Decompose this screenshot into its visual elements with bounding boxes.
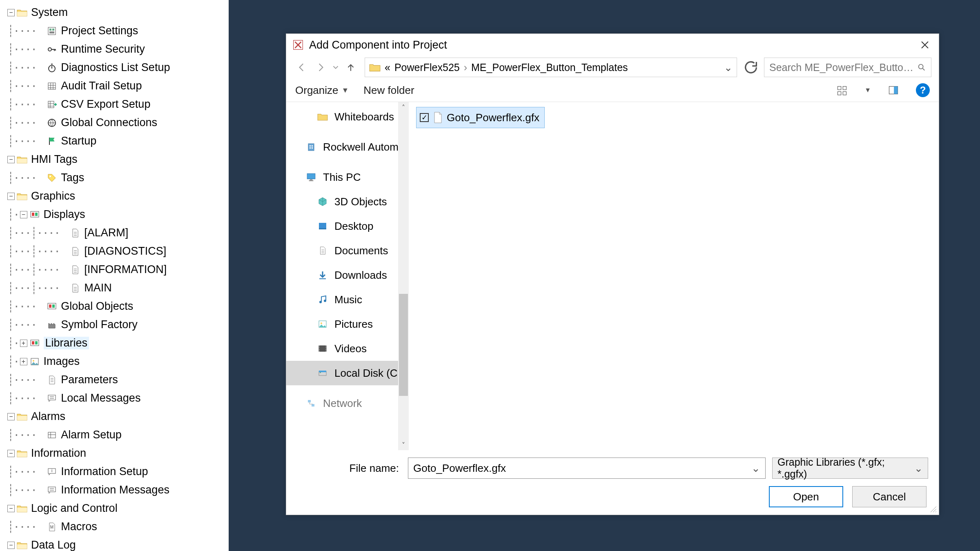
- tree-node-information[interactable]: − Information: [0, 444, 229, 462]
- file-icon: [433, 112, 443, 123]
- tree-node-parameters[interactable]: ┊···· Parameters: [0, 371, 229, 389]
- info-setup-icon: i: [46, 466, 58, 478]
- nav-item-videos[interactable]: Videos: [286, 336, 409, 361]
- expand-icon[interactable]: +: [20, 340, 27, 347]
- cancel-button[interactable]: Cancel: [852, 486, 927, 507]
- svg-rect-38: [310, 147, 311, 149]
- file-item-selected[interactable]: ✓ Goto_Powerflex.gfx: [416, 107, 545, 128]
- nav-item-local-disk[interactable]: Local Disk (C:): [286, 361, 409, 385]
- new-folder-button[interactable]: New folder: [363, 84, 414, 97]
- nav-forward-button[interactable]: [312, 59, 329, 76]
- workspace-background: Add Component into Project « PowerFlex52…: [229, 0, 980, 551]
- file-type-select[interactable]: Graphic Libraries (*.gfx; *.ggfx) ⌄: [772, 458, 928, 479]
- flag-icon: [46, 136, 58, 147]
- chevron-down-icon[interactable]: ⌄: [724, 62, 733, 73]
- organize-menu[interactable]: Organize ▼: [295, 84, 349, 97]
- nav-item-music[interactable]: Music: [286, 287, 409, 312]
- close-button[interactable]: [915, 37, 935, 53]
- tree-node-display-alarm[interactable]: ┊···┊···· [ALARM]: [0, 224, 229, 242]
- chevron-down-icon[interactable]: ⌄: [751, 462, 760, 475]
- nav-item-3d-objects[interactable]: 3D Objects: [286, 189, 409, 214]
- document-icon: [69, 264, 81, 276]
- expand-icon[interactable]: +: [20, 358, 27, 365]
- tree-node-logic-control[interactable]: − Logic and Control: [0, 499, 229, 518]
- navpane-scrollbar[interactable]: ˄ ˅: [398, 102, 409, 450]
- tree-node-information-messages[interactable]: ┊···· Information Messages: [0, 481, 229, 499]
- tree-node-macros[interactable]: ┊···· M Macros: [0, 518, 229, 536]
- resize-grip-icon[interactable]: [930, 506, 937, 513]
- tree-label: Images: [44, 355, 80, 368]
- nav-item-rockwell[interactable]: Rockwell Automa: [286, 135, 409, 159]
- help-button[interactable]: ?: [916, 83, 930, 97]
- nav-item-documents[interactable]: Documents: [286, 238, 409, 263]
- nav-up-button[interactable]: [343, 59, 359, 76]
- tree-node-runtime-security[interactable]: ┊···· Runtime Security: [0, 40, 229, 58]
- breadcrumb-segment[interactable]: ME_PowerFlex_Button_Templates: [471, 62, 628, 73]
- tree-label: System: [31, 6, 68, 19]
- messages-icon: [46, 393, 58, 404]
- tree-node-symbol-factory[interactable]: ┊···· Symbol Factory: [0, 315, 229, 334]
- view-options-button[interactable]: [834, 82, 850, 98]
- project-explorer-tree[interactable]: − System ┊···· Project Settings ┊···· Ru…: [0, 0, 229, 551]
- tree-node-hmi-tags[interactable]: − HMI Tags: [0, 150, 229, 169]
- address-bar[interactable]: « PowerFlex525 › ME_PowerFlex_Button_Tem…: [365, 58, 737, 77]
- collapse-icon[interactable]: −: [7, 505, 15, 512]
- chevron-down-icon[interactable]: ▼: [864, 87, 871, 94]
- nav-item-downloads[interactable]: Downloads: [286, 263, 409, 287]
- collapse-icon[interactable]: −: [7, 542, 15, 549]
- breadcrumb-segment[interactable]: PowerFlex525: [394, 62, 460, 73]
- collapse-icon[interactable]: −: [7, 9, 15, 16]
- tree-node-tags[interactable]: ┊···· Tags: [0, 169, 229, 187]
- checkbox-checked-icon[interactable]: ✓: [420, 113, 429, 122]
- collapse-icon[interactable]: −: [7, 450, 15, 457]
- nav-recent-dropdown[interactable]: [331, 59, 340, 76]
- tree-node-alarm-setup[interactable]: ┊···· Alarm Setup: [0, 426, 229, 444]
- open-button[interactable]: Open: [769, 486, 843, 507]
- svg-rect-11: [32, 213, 34, 216]
- tree-node-project-settings[interactable]: ┊···· Project Settings: [0, 22, 229, 40]
- nav-item-desktop[interactable]: Desktop: [286, 214, 409, 238]
- tree-node-displays[interactable]: ┊· − Displays: [0, 205, 229, 224]
- tree-node-data-log[interactable]: − Data Log: [0, 536, 229, 551]
- tree-node-display-main[interactable]: ┊···┊···· MAIN: [0, 279, 229, 297]
- tree-node-graphics[interactable]: − Graphics: [0, 187, 229, 205]
- tree-node-diagnostics-list[interactable]: ┊···· Diagnostics List Setup: [0, 58, 229, 77]
- tag-icon: [46, 172, 58, 184]
- tree-node-global-connections[interactable]: ┊···· Global Connections: [0, 113, 229, 132]
- svg-rect-53: [308, 400, 311, 402]
- tree-node-alarms[interactable]: − Alarms: [0, 407, 229, 426]
- tree-node-startup[interactable]: ┊···· Startup: [0, 132, 229, 150]
- nav-item-pictures[interactable]: Pictures: [286, 312, 409, 336]
- nav-item-this-pc[interactable]: This PC: [286, 165, 409, 189]
- nav-item-network[interactable]: Network: [286, 391, 409, 415]
- navigation-pane[interactable]: Whiteboards Rockwell Automa This PC 3D O…: [286, 102, 409, 450]
- tree-node-display-diagnostics[interactable]: ┊···┊···· [DIAGNOSTICS]: [0, 242, 229, 260]
- search-input[interactable]: Search ME_PowerFlex_Button...: [764, 58, 931, 77]
- collapse-icon[interactable]: −: [7, 156, 15, 163]
- tree-node-information-setup[interactable]: ┊···· i Information Setup: [0, 462, 229, 481]
- search-icon: [917, 63, 926, 72]
- collapse-icon[interactable]: −: [20, 211, 27, 218]
- nav-item-whiteboards[interactable]: Whiteboards: [286, 104, 409, 129]
- collapse-icon[interactable]: −: [7, 193, 15, 200]
- scroll-thumb[interactable]: [399, 294, 408, 396]
- nav-back-button[interactable]: [294, 59, 310, 76]
- tree-node-audit-trail[interactable]: ┊···· Audit Trail Setup: [0, 77, 229, 95]
- tree-node-display-information[interactable]: ┊···┊···· [INFORMATION]: [0, 260, 229, 279]
- tree-node-local-messages[interactable]: ┊···· Local Messages: [0, 389, 229, 407]
- tree-node-libraries[interactable]: ┊· + Libraries: [0, 334, 229, 352]
- libraries-icon: [29, 338, 40, 349]
- tree-label: [ALARM]: [84, 227, 128, 239]
- preview-pane-button[interactable]: [886, 82, 901, 98]
- tree-node-images[interactable]: ┊· + Images: [0, 352, 229, 371]
- file-name-input[interactable]: Goto_Powerflex.gfx ⌄: [408, 458, 766, 479]
- file-list-pane[interactable]: ✓ Goto_Powerflex.gfx: [409, 102, 939, 450]
- scroll-down-icon[interactable]: ˅: [398, 440, 409, 450]
- refresh-button[interactable]: [743, 59, 759, 76]
- collapse-icon[interactable]: −: [7, 413, 15, 420]
- tree-node-global-objects[interactable]: ┊···· Global Objects: [0, 297, 229, 315]
- tree-node-csv-export[interactable]: ┊···· CSV Export Setup: [0, 95, 229, 113]
- tree-node-system[interactable]: − System: [0, 3, 229, 22]
- scroll-up-icon[interactable]: ˄: [398, 102, 409, 113]
- cube-icon: [316, 196, 329, 208]
